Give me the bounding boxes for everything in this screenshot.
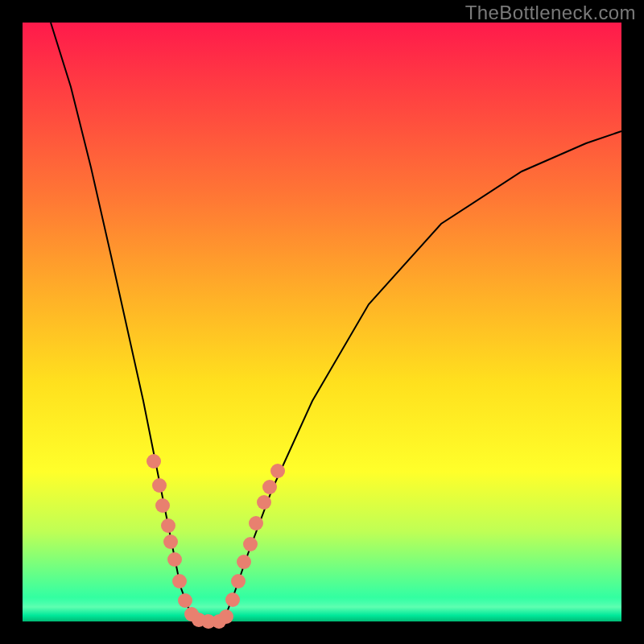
- data-point: [219, 609, 233, 624]
- data-point: [161, 518, 175, 533]
- data-point: [243, 537, 258, 551]
- curve-path: [51, 23, 621, 621]
- data-point: [178, 593, 192, 608]
- dot-layer: [147, 454, 285, 629]
- data-point: [270, 464, 285, 478]
- data-point: [225, 592, 240, 607]
- data-point: [249, 516, 263, 530]
- data-point: [163, 535, 178, 549]
- data-point: [147, 454, 161, 469]
- data-point: [231, 574, 246, 588]
- data-point: [262, 480, 277, 494]
- bottleneck-curve: [23, 23, 621, 621]
- data-point: [257, 495, 271, 510]
- watermark-text: TheBottleneck.com: [465, 2, 636, 24]
- data-point: [167, 552, 182, 567]
- data-point: [237, 555, 251, 569]
- data-point: [155, 498, 170, 513]
- data-point: [172, 574, 187, 588]
- data-point: [152, 478, 167, 493]
